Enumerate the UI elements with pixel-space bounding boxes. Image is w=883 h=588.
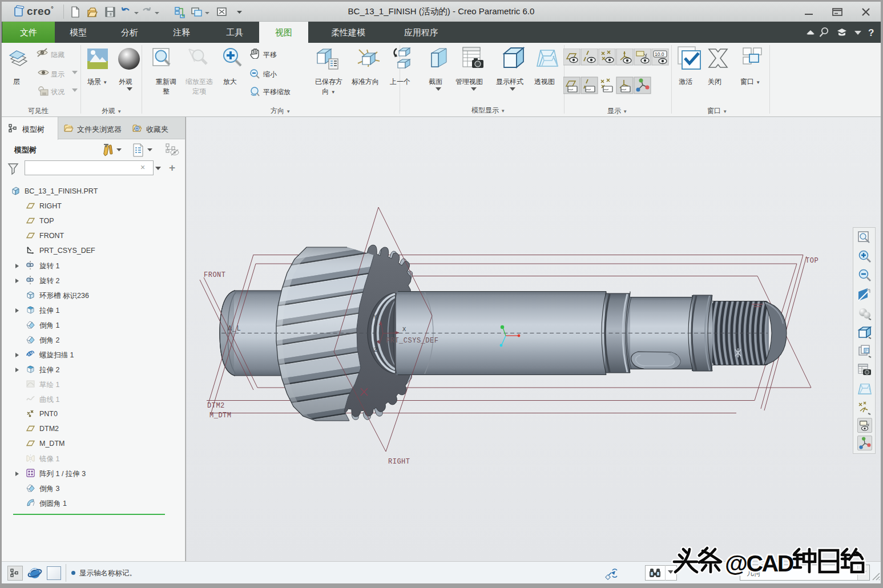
svg-text:PRT_CSYS_DEF: PRT_CSYS_DEF: [386, 337, 438, 345]
svg-text:?: ?: [868, 27, 874, 38]
svg-text:TOP: TOP: [805, 257, 819, 265]
svg-text:Z: Z: [374, 347, 377, 353]
svg-text:10.0: 10.0: [655, 51, 664, 57]
svg-text:X: X: [402, 326, 406, 333]
svg-text:FRONT: FRONT: [204, 271, 226, 279]
svg-text:DTM2: DTM2: [207, 402, 225, 410]
svg-text:RIGHT: RIGHT: [388, 458, 410, 466]
svg-text:A_L: A_L: [228, 325, 241, 333]
svg-text:@CAD: @CAD: [725, 550, 793, 577]
svg-text:M_DTM: M_DTM: [209, 412, 232, 420]
svg-text:Y: Y: [373, 313, 377, 320]
